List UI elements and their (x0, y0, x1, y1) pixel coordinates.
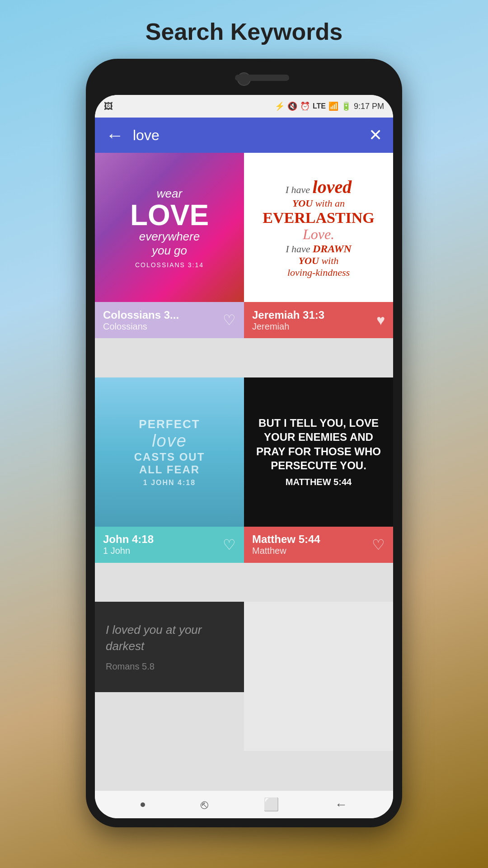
colossians-card-text: wear LOVE everywhere you go COLOSSIANS 3… (123, 179, 216, 276)
list-item (244, 602, 393, 790)
gallery-icon: 🖼 (104, 101, 113, 112)
label-text: Matthew 5:44 Matthew (252, 533, 320, 556)
empty-card (244, 602, 393, 751)
heart-icon[interactable]: ♡ (223, 311, 236, 329)
heart-icon[interactable]: ♡ (372, 536, 385, 553)
card-reference: Romans 5.8 (106, 660, 233, 673)
john-card-image: PERFECT love CASTS OUT ALL FEAR 1 JOHN 4… (95, 377, 244, 527)
label-title: Jeremiah 31:3 (252, 309, 324, 321)
page-title: Search Keywords (145, 18, 343, 45)
status-right: ⚡ 🔇 ⏰ LTE 📶 🔋 9:17 PM (275, 101, 384, 111)
alarm-icon: ⏰ (300, 101, 310, 111)
label-title: Matthew 5:44 (252, 533, 320, 546)
search-bar: ← love ✕ (95, 118, 393, 153)
phone-frame: 🖼 ⚡ 🔇 ⏰ LTE 📶 🔋 9:17 PM ← love ✕ (86, 59, 402, 827)
label-title: Colossians 3... (103, 309, 179, 321)
card-line: YOU with an (263, 198, 375, 209)
status-left: 🖼 (104, 101, 113, 112)
search-query-text: love (133, 127, 360, 144)
label-subtitle: Colossians (103, 321, 179, 332)
label-subtitle: Jeremiah (252, 321, 324, 332)
label-text: Jeremiah 31:3 Jeremiah (252, 309, 324, 332)
matthew-card-image: BUT I TELL YOU, LOVE YOUR ENEMIES AND PR… (244, 377, 393, 527)
signal-icon: 📶 (328, 101, 338, 111)
back-button[interactable]: ← (106, 126, 124, 144)
list-item[interactable]: wear LOVE everywhere you go COLOSSIANS 3… (95, 153, 244, 377)
image-grid: wear LOVE everywhere you go COLOSSIANS 3… (95, 153, 393, 790)
heart-icon[interactable]: ♥ (376, 312, 385, 329)
bluetooth-icon: ⚡ (275, 101, 285, 111)
heart-icon[interactable]: ♡ (223, 536, 236, 553)
bottom-nav: ⎋ ⬜ ← (95, 790, 393, 818)
lte-label: LTE (313, 102, 326, 110)
card-reference: MATTHEW 5:44 (250, 476, 387, 488)
colossians-card-image: wear LOVE everywhere you go COLOSSIANS 3… (95, 153, 244, 302)
card-line: CASTS OUT (134, 451, 205, 463)
card-line: everywhere (130, 230, 209, 244)
card-line: ALL FEAR (134, 463, 205, 476)
card-line: Love. (263, 226, 375, 243)
label-title: John 4:18 (103, 533, 154, 546)
card-reference: COLOSSIANS 3:14 (130, 261, 209, 269)
label-text: John 4:18 1 John (103, 533, 154, 556)
share-button[interactable]: ⎋ (201, 797, 208, 812)
jeremiah-card-image: I have loved YOU with an EVERLASTING Lov… (244, 153, 393, 302)
phone-speaker (235, 75, 289, 81)
card-line: I have DRAWN (263, 243, 375, 255)
card-line: YOU with (263, 255, 375, 267)
card-label: Jeremiah 31:3 Jeremiah ♥ (244, 302, 393, 338)
label-subtitle: 1 John (103, 546, 154, 556)
back-nav-button[interactable]: ← (335, 797, 347, 812)
list-item[interactable]: I loved you at your darkest Romans 5.8 (95, 602, 244, 790)
matthew-card-text: BUT I TELL YOU, LOVE YOUR ENEMIES AND PR… (244, 410, 393, 494)
clock-display: 9:17 PM (354, 102, 384, 111)
mute-icon: 🔇 (287, 101, 297, 111)
romans-card-image: I loved you at your darkest Romans 5.8 (95, 602, 244, 692)
card-line: love (134, 431, 205, 451)
card-line: wear (130, 187, 209, 201)
card-line: EVERLASTING (263, 209, 375, 226)
status-bar: 🖼 ⚡ 🔇 ⏰ LTE 📶 🔋 9:17 PM (95, 95, 393, 118)
label-text: Colossians 3... Colossians (103, 309, 179, 332)
list-item[interactable]: I have loved YOU with an EVERLASTING Lov… (244, 153, 393, 377)
battery-icon: 🔋 (341, 101, 351, 111)
john-card-text: PERFECT love CASTS OUT ALL FEAR 1 JOHN 4… (128, 411, 211, 493)
card-line: LOVE (130, 201, 209, 230)
window-button[interactable]: ⬜ (263, 797, 279, 812)
card-line: loving-kindness (263, 267, 375, 278)
card-label: Matthew 5:44 Matthew ♡ (244, 527, 393, 563)
nav-dot (141, 802, 145, 807)
romans-card-text: I loved you at your darkest Romans 5.8 (95, 611, 244, 684)
label-subtitle: Matthew (252, 546, 320, 556)
jeremiah-card-text: I have loved YOU with an EVERLASTING Lov… (257, 171, 380, 284)
card-reference: 1 JOHN 4:18 (134, 479, 205, 487)
phone-screen: 🖼 ⚡ 🔇 ⏰ LTE 📶 🔋 9:17 PM ← love ✕ (95, 95, 393, 818)
card-line: I have loved (263, 176, 375, 198)
card-label: Colossians 3... Colossians ♡ (95, 302, 244, 338)
card-label: John 4:18 1 John ♡ (95, 527, 244, 563)
clear-button[interactable]: ✕ (369, 126, 382, 145)
card-line: PERFECT (134, 417, 205, 431)
list-item[interactable]: PERFECT love CASTS OUT ALL FEAR 1 JOHN 4… (95, 377, 244, 602)
card-line: you go (130, 244, 209, 258)
list-item[interactable]: BUT I TELL YOU, LOVE YOUR ENEMIES AND PR… (244, 377, 393, 602)
